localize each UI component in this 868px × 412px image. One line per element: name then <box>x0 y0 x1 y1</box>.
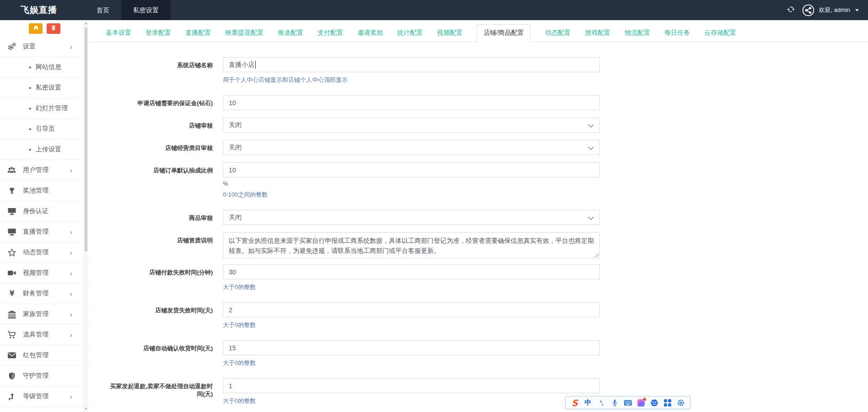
tab-login[interactable]: 登录配置 <box>146 25 171 42</box>
tab-basic[interactable]: 基本设置 <box>106 25 131 42</box>
tab-shop-goods[interactable]: 店铺/商品配置 <box>477 24 531 42</box>
select-value: 关闭 <box>229 144 242 152</box>
svg-text:¥: ¥ <box>9 289 14 298</box>
mic-icon[interactable] <box>610 398 619 407</box>
sidebar-item-level-mgmt[interactable]: 等级管理 › <box>0 386 89 407</box>
goods-audit-select[interactable]: 关闭 <box>223 210 600 225</box>
chevron-down-icon <box>588 144 594 150</box>
sidebar-item-upload-settings[interactable]: ▸ 上传设置 <box>0 139 89 160</box>
shop-qualification-textarea[interactable]: 以下营业执照信息来源于买家自行申报或工商系统数据，具体以工商部门登记为准，经营者… <box>223 232 600 258</box>
tab-label: 动态配置 <box>545 29 571 36</box>
sidebar-item-live-mgmt[interactable]: 直播管理 › <box>0 222 89 242</box>
auto-refund-input[interactable]: 1 <box>223 378 600 393</box>
sidebar-item-props-mgmt[interactable]: 道具管理 › <box>0 325 89 345</box>
tab-game[interactable]: 游戏配置 <box>585 25 610 42</box>
tab-label: 物流配置 <box>625 29 650 36</box>
header-nav-item-home[interactable]: 首页 <box>85 0 121 20</box>
sidebar-item-label: 直播管理 <box>23 228 49 236</box>
notification-dot <box>642 397 647 401</box>
tab-push[interactable]: 推送配置 <box>278 25 303 42</box>
shop-commission-input[interactable]: 10 <box>223 162 600 177</box>
sidebar-item-user-mgmt[interactable]: 用户管理 › <box>0 160 89 181</box>
tab-pay[interactable]: 支付配置 <box>318 25 343 42</box>
emoji-icon[interactable] <box>650 398 659 407</box>
field-label: 系统店铺名称 <box>106 57 213 84</box>
shop-deposit-input[interactable]: 10 <box>223 95 600 110</box>
punctuation-icon[interactable]: °, <box>597 398 606 407</box>
settings-gear-icon[interactable] <box>676 398 685 407</box>
sidebar-item-private-settings[interactable]: ▸ 私密设置 <box>0 78 89 98</box>
sidebar-item-label: 动态管理 <box>23 248 49 257</box>
field-label: 店铺发货失效时间(天) <box>106 302 213 329</box>
sidebar-item-guardian-mgmt[interactable]: 守护管理 <box>0 366 89 386</box>
sidebar-item-prize-pool-mgmt[interactable]: 奖池管理 <box>0 181 89 201</box>
header-right: 欢迎, admin <box>787 0 868 20</box>
pay-timeout-input[interactable]: 30 <box>223 264 600 279</box>
sidebar-item-label: 私密设置 <box>36 84 61 92</box>
ship-timeout-input[interactable]: 2 <box>223 302 600 317</box>
trash-button[interactable] <box>47 23 60 34</box>
tab-video[interactable]: 视频配置 <box>437 25 463 42</box>
sidebar-item-settings[interactable]: 设置 › <box>0 37 89 57</box>
skin-icon[interactable] <box>636 398 646 407</box>
app-brand[interactable]: 飞娱直播 <box>0 0 85 20</box>
text-cursor <box>255 61 256 69</box>
sidebar-item-label: 引导页 <box>36 125 55 133</box>
chinese-mode-icon[interactable]: 中 <box>583 398 593 407</box>
cart-icon <box>6 331 17 339</box>
select-value: 关闭 <box>229 121 242 129</box>
sidebar-item-finance-mgmt[interactable]: ¥ 财务管理 › <box>0 284 89 304</box>
sidebar-item-video-mgmt[interactable]: 视频管理 › <box>0 263 89 284</box>
form-row-confirm-receipt: 店铺自动确认收货时间(天) 15大于0的整数 <box>106 340 868 367</box>
chevron-right-icon: › <box>70 166 72 174</box>
form-row-pay-timeout: 店铺付款失效时间(分钟) 30大于0的整数 <box>106 264 868 291</box>
chevron-right-icon: › <box>70 249 72 257</box>
input-value: 10 <box>229 166 236 174</box>
tab-live[interactable]: 直播配置 <box>185 25 211 42</box>
input-value: 10 <box>229 99 236 107</box>
sogou-logo-icon[interactable]: S <box>570 398 579 407</box>
sidebar-item-moments-mgmt[interactable]: 动态管理 › <box>0 242 89 263</box>
sidebar-item-family-mgmt[interactable]: 家族管理 › <box>0 304 89 325</box>
chevron-down-icon <box>588 122 594 128</box>
star-icon <box>6 248 17 257</box>
tab-daily-task[interactable]: 每日任务 <box>664 25 690 42</box>
sidebar-item-slideshow-mgmt[interactable]: ▸ 幻灯片管理 <box>0 98 89 119</box>
ime-toolbar: S中°, <box>565 396 690 409</box>
input-value: 2 <box>229 306 232 314</box>
sidebar-item-website-info[interactable]: ▸ 网站信息 <box>0 57 89 78</box>
sidebar-item-label: 守护管理 <box>23 372 49 380</box>
tab-logistics[interactable]: 物流配置 <box>625 25 650 42</box>
tab-ticket-withdraw[interactable]: 映票提现配置 <box>225 25 264 42</box>
sidebar-item-identity-auth[interactable]: 身份认证 <box>0 201 89 222</box>
sidebar-item-redpacket-mgmt[interactable]: 红包管理 <box>0 345 89 366</box>
shop-category-audit-select[interactable]: 关闭 <box>223 140 600 155</box>
trophy-icon <box>6 187 17 195</box>
header-nav-item-private-settings[interactable]: 私密设置 <box>121 0 171 20</box>
field-suffix: % <box>223 180 600 187</box>
tab-cloud-storage[interactable]: 云存储配置 <box>704 25 736 42</box>
toolbox-icon[interactable] <box>663 398 672 407</box>
home-button[interactable] <box>29 23 43 34</box>
sidebar-item-invite-reward[interactable]: 邀请奖励 › <box>0 407 89 412</box>
tab-moments[interactable]: 动态配置 <box>545 25 571 42</box>
tab-stats[interactable]: 统计配置 <box>397 25 423 42</box>
desktop-icon <box>6 207 17 215</box>
shop-name-input[interactable]: 直播小店 <box>223 57 600 72</box>
scroll-down-arrow-icon[interactable]: ▾ <box>84 407 88 411</box>
confirm-receipt-input[interactable]: 15 <box>223 340 600 355</box>
sidebar-item-label: 财务管理 <box>23 289 49 298</box>
shop-audit-select[interactable]: 关闭 <box>223 118 600 133</box>
header-nav: 首页私密设置 <box>85 0 171 20</box>
scrollbar-thumb[interactable] <box>85 27 87 251</box>
sidebar-item-label: 网站信息 <box>36 63 61 71</box>
tab-invite-reward[interactable]: 邀请奖励 <box>357 25 383 42</box>
sidebar-item-guide-page[interactable]: ▸ 引导页 <box>0 119 89 139</box>
scroll-up-arrow-icon[interactable]: ▴ <box>84 21 88 26</box>
sidebar-item-label: 红包管理 <box>23 351 49 359</box>
refresh-button[interactable] <box>787 5 795 15</box>
user-menu[interactable]: 欢迎, admin <box>802 4 859 16</box>
select-value: 关闭 <box>229 214 242 222</box>
keyboard-icon[interactable] <box>623 398 632 407</box>
yen-icon: ¥ <box>6 289 17 298</box>
